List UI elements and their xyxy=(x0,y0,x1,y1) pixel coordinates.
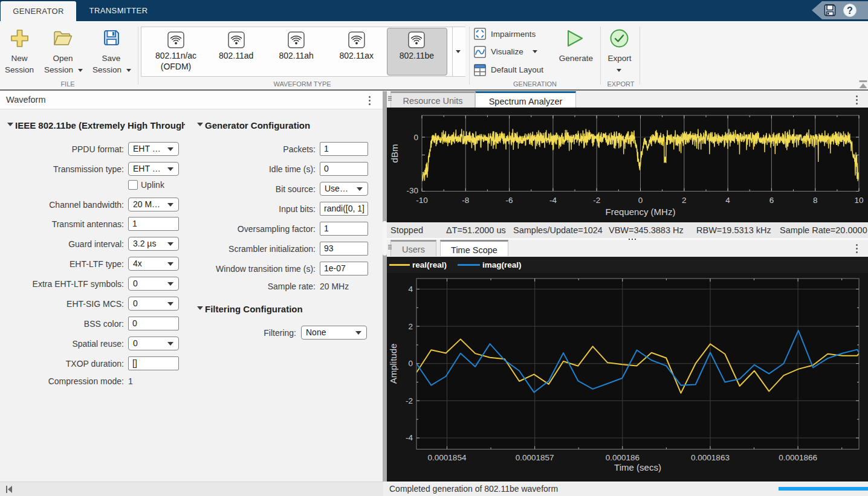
svg-text:-4: -4 xyxy=(406,433,413,442)
svg-text:-6: -6 xyxy=(506,196,513,205)
svg-text:-10: -10 xyxy=(416,196,428,205)
svg-text:-30: -30 xyxy=(406,186,418,195)
svg-text:?: ? xyxy=(847,5,853,16)
svg-text:6: 6 xyxy=(769,196,774,205)
svg-text:0: 0 xyxy=(408,359,413,368)
svg-text:dBm: dBm xyxy=(389,144,400,163)
svg-text:0: 0 xyxy=(413,133,418,142)
svg-text:-4: -4 xyxy=(549,196,557,205)
svg-text:8: 8 xyxy=(813,196,818,205)
svg-text:-2: -2 xyxy=(593,196,600,205)
svg-text:0.0001863: 0.0001863 xyxy=(691,453,730,462)
svg-text:0.0001854: 0.0001854 xyxy=(428,453,467,462)
svg-text:0.0001866: 0.0001866 xyxy=(779,453,817,462)
svg-text:Time (secs): Time (secs) xyxy=(614,462,661,472)
svg-text:10: 10 xyxy=(854,196,863,205)
svg-text:0: 0 xyxy=(638,196,643,205)
svg-text:0.0001857: 0.0001857 xyxy=(516,453,554,462)
svg-text:Frequency (MHz): Frequency (MHz) xyxy=(606,207,676,217)
svg-text:4: 4 xyxy=(725,196,730,205)
svg-text:-8: -8 xyxy=(462,196,469,205)
svg-text:Amplitude: Amplitude xyxy=(388,344,398,384)
svg-text:2: 2 xyxy=(682,196,687,205)
svg-text:2: 2 xyxy=(408,322,413,331)
svg-text:-2: -2 xyxy=(406,396,413,405)
svg-text:4: 4 xyxy=(408,285,413,294)
svg-text:0.000186: 0.000186 xyxy=(606,453,640,462)
